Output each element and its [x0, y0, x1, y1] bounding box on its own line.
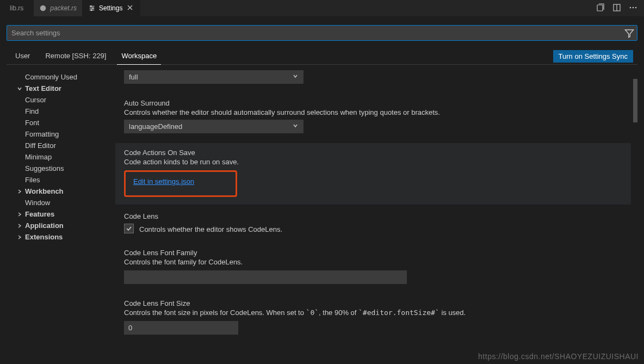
- setting-title: Code Lens Font Family: [124, 249, 622, 257]
- setting-title: Code Lens: [124, 212, 622, 220]
- tab-label: packet.rs: [50, 4, 77, 12]
- tab-label: Settings: [99, 4, 122, 12]
- settings-editor: User Remote [SSH: 229] Workspace Turn on…: [0, 16, 644, 364]
- setting-title: Code Actions On Save: [124, 149, 622, 157]
- open-json-icon[interactable]: [596, 3, 605, 14]
- setting-description: Code action kinds to be run on save.: [124, 158, 622, 166]
- toc-cursor[interactable]: Cursor: [12, 94, 110, 106]
- toc-diff-editor[interactable]: Diff Editor: [12, 140, 110, 151]
- toc-application[interactable]: Application: [12, 220, 110, 231]
- toc-extensions[interactable]: Extensions: [12, 231, 110, 243]
- chevron-down-icon: [292, 122, 299, 131]
- setting-description: Controls the font family for CodeLens.: [124, 258, 622, 266]
- svg-point-12: [630, 7, 631, 8]
- chevron-down-icon: [16, 85, 23, 92]
- toc-label: Application: [25, 221, 64, 230]
- search-input[interactable]: [7, 26, 637, 40]
- code-lens-font-size-input[interactable]: [124, 321, 238, 335]
- settings-sync-button[interactable]: Turn on Settings Sync: [553, 50, 633, 63]
- toc-find[interactable]: Find: [12, 106, 110, 117]
- svg-rect-9: [597, 5, 603, 11]
- toc-minimap[interactable]: Minimap: [12, 151, 110, 163]
- toc-label: Workbench: [25, 187, 64, 195]
- settings-list: full Auto Surround Controls whether the …: [110, 67, 637, 357]
- auto-surround-select[interactable]: languageDefined: [124, 120, 304, 133]
- setting-description: Controls whether the editor shows CodeLe…: [139, 225, 282, 233]
- toc-text-editor[interactable]: Text Editor: [12, 83, 110, 94]
- code-lens-font-family-input[interactable]: [124, 270, 407, 284]
- tab-workspace[interactable]: Workspace: [117, 48, 161, 65]
- close-icon[interactable]: [126, 3, 134, 14]
- toc-suggestions[interactable]: Suggestions: [12, 163, 110, 174]
- svg-point-0: [40, 5, 46, 11]
- tab-remote[interactable]: Remote [SSH: 229]: [41, 48, 110, 64]
- chevron-right-icon: [16, 234, 23, 240]
- accessibility-select[interactable]: full: [124, 70, 304, 84]
- scrollbar-thumb[interactable]: [633, 79, 637, 122]
- edit-in-settings-json-link[interactable]: Edit in settings.json: [133, 177, 194, 186]
- tab-bar: lib.rs packet.rs Settings: [0, 0, 644, 16]
- setting-description: Controls the font size in pixels for Cod…: [124, 309, 622, 317]
- rust-file-icon: [39, 4, 47, 12]
- tab-settings[interactable]: Settings: [83, 0, 140, 16]
- chevron-down-icon: [292, 73, 299, 81]
- settings-icon: [88, 4, 96, 12]
- select-value: full: [129, 73, 138, 81]
- chevron-right-icon: [16, 211, 23, 218]
- tab-user[interactable]: User: [11, 48, 34, 64]
- setting-title: Code Lens Font Size: [124, 299, 622, 307]
- code-lens-checkbox[interactable]: [124, 224, 134, 233]
- toc-formatting[interactable]: Formatting: [12, 128, 110, 140]
- svg-point-13: [633, 7, 634, 8]
- search-settings: [7, 25, 637, 41]
- svg-point-14: [635, 7, 637, 8]
- tabbar-actions: [590, 0, 644, 16]
- watermark-text: https://blog.csdn.net/SHAOYEZUIZUISHAUI: [478, 352, 639, 361]
- toc-label: Extensions: [25, 233, 63, 241]
- annotation-highlight: Edit in settings.json: [124, 170, 237, 197]
- toc-workbench[interactable]: Workbench: [12, 186, 110, 197]
- more-icon[interactable]: [629, 3, 637, 14]
- chevron-right-icon: [16, 188, 23, 195]
- toc-label: Features: [25, 210, 54, 218]
- filter-icon[interactable]: [624, 28, 635, 39]
- toc-font[interactable]: Font: [12, 117, 110, 128]
- toc-features[interactable]: Features: [12, 208, 110, 220]
- setting-title: Auto Surround: [124, 99, 622, 107]
- setting-description: Controls whether the editor should autom…: [124, 108, 622, 116]
- scope-tabs: User Remote [SSH: 229] Workspace Turn on…: [7, 48, 637, 65]
- tab-lib-rs[interactable]: lib.rs: [0, 0, 34, 16]
- toc-files[interactable]: Files: [12, 174, 110, 186]
- tab-packet-rs[interactable]: packet.rs: [34, 0, 83, 16]
- toc-label: Text Editor: [25, 84, 61, 92]
- split-editor-icon[interactable]: [612, 3, 621, 14]
- chevron-right-icon: [16, 223, 23, 229]
- settings-toc: Commonly Used Text Editor Cursor Find Fo…: [7, 67, 110, 357]
- tab-label: lib.rs: [10, 4, 23, 12]
- select-value: languageDefined: [129, 122, 182, 131]
- toc-commonly-used[interactable]: Commonly Used: [12, 71, 110, 83]
- toc-window[interactable]: Window: [12, 197, 110, 208]
